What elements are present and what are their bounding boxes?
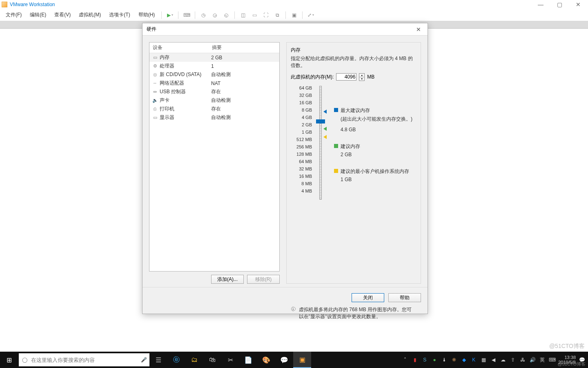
tray-app4-icon[interactable]: K — [470, 357, 477, 363]
tray-wechat-icon[interactable]: ● — [431, 357, 438, 363]
toolbar-single-icon[interactable]: ▭ — [250, 11, 259, 20]
device-row[interactable]: ▭内存2 GB — [149, 53, 279, 62]
menu-file[interactable]: 文件(F) — [2, 10, 26, 20]
tray-ime-icon[interactable]: ⌨ — [548, 357, 556, 363]
memory-graphics-note: 虚拟机最多将此内存的 768 MB 用作图形内存。您可以在"显示器"设置页面中更… — [299, 306, 416, 320]
device-row[interactable]: ◎新 CD/DVD (SATA)自动检测 — [149, 70, 279, 79]
toolbar-fullscreen-icon[interactable]: ⤢▾ — [306, 11, 315, 20]
device-summary: 存在 — [211, 105, 221, 112]
toolbar-unity-icon[interactable]: ⧉ — [273, 11, 282, 20]
marker-minimum-icon — [323, 135, 327, 139]
tray-network-icon[interactable]: 🖧 — [519, 357, 526, 363]
legend-max-value: 4.8 GB — [341, 127, 416, 132]
toolbar-console-icon[interactable]: ▣ — [290, 11, 298, 20]
memory-settings-pane: 内存 指定分配给此虚拟机的内存量。内存大小必须为 4 MB 的倍数。 此虚拟机的… — [286, 42, 421, 284]
start-button[interactable]: ⊞ — [0, 352, 18, 368]
notepad-icon[interactable]: 📄 — [239, 352, 257, 368]
marker-recommended-icon — [323, 127, 327, 131]
memory-description: 指定分配给此虚拟机的内存量。内存大小必须为 4 MB 的倍数。 — [291, 55, 416, 69]
window-maximize-button[interactable]: ▢ — [554, 1, 565, 8]
vmware-taskbar-icon[interactable]: ▣ — [293, 352, 311, 368]
device-row[interactable]: ⚙处理器1 — [149, 62, 279, 70]
toolbar-stretch-icon[interactable]: ⛶ — [261, 11, 270, 20]
device-list[interactable]: 设备 摘要 ▭内存2 GB⚙处理器1◎新 CD/DVD (SATA)自动检测↔网… — [149, 42, 280, 272]
paint-icon[interactable]: 🎨 — [257, 352, 275, 368]
menu-edit[interactable]: 编辑(E) — [26, 10, 50, 20]
menu-tabs[interactable]: 选项卡(T) — [105, 10, 134, 20]
device-icon: ⎙ — [152, 106, 158, 112]
menu-bar: 文件(F) 编辑(E) 查看(V) 虚拟机(M) 选项卡(T) 帮助(H) ▶▾… — [0, 9, 588, 21]
tray-app2-icon[interactable]: ❋ — [450, 357, 458, 363]
toolbar-manage-snapshot-icon[interactable]: ◵ — [222, 11, 231, 20]
edge-icon[interactable]: ⓔ — [167, 352, 185, 368]
dialog-help-button[interactable]: 帮助 — [388, 293, 421, 302]
device-name: 内存 — [160, 54, 211, 61]
dialog-close-icon[interactable]: ✕ — [414, 26, 423, 33]
tray-ime-label[interactable]: 英 — [539, 357, 546, 364]
memory-tick-label: 32 MB — [291, 165, 312, 173]
device-summary: 自动检测 — [211, 97, 231, 104]
snip-icon[interactable]: ✂ — [221, 352, 239, 368]
wechat-icon[interactable]: 💬 — [275, 352, 293, 368]
remove-device-button[interactable]: 移除(R) — [247, 275, 280, 284]
taskbar-search[interactable]: ◯ 🎤 — [19, 353, 149, 366]
menu-vm[interactable]: 虚拟机(M) — [75, 10, 105, 20]
device-name: 显示器 — [160, 114, 211, 121]
toolbar-revert-icon[interactable]: ◶ — [210, 11, 219, 20]
legend-min-label: 建议的最小客户机操作系统内存 — [341, 168, 409, 175]
device-icon: ⇔ — [152, 89, 158, 94]
app-logo-icon — [2, 2, 7, 7]
tray-temp-icon[interactable]: 🌡 — [441, 357, 448, 363]
store-icon[interactable]: 🛍 — [203, 352, 221, 368]
app-title: VMware Workstation — [10, 2, 55, 7]
memory-tick-label: 8 GB — [291, 106, 312, 114]
device-row[interactable]: ▭显示器自动检测 — [149, 113, 279, 122]
toolbar-play-icon[interactable]: ▶▾ — [165, 11, 174, 20]
menu-help[interactable]: 帮助(H) — [134, 10, 159, 20]
device-name: 处理器 — [160, 63, 211, 70]
memory-spinner[interactable]: ▲▼ — [359, 73, 365, 81]
legend-rec-label: 建议内存 — [341, 143, 360, 150]
cortana-icon[interactable]: ◯ — [19, 357, 30, 363]
device-summary: 自动检测 — [211, 71, 231, 78]
memory-slider-thumb[interactable] — [316, 119, 325, 123]
memory-slider[interactable] — [314, 84, 327, 203]
add-device-button[interactable]: 添加(A)... — [211, 275, 244, 284]
tray-up-icon[interactable]: ˄ — [401, 357, 409, 363]
device-row[interactable]: ↔网络适配器NAT — [149, 79, 279, 88]
tray-volume-icon[interactable]: 🔊 — [529, 357, 536, 363]
device-summary: 自动检测 — [211, 114, 231, 121]
memory-input[interactable] — [336, 73, 356, 81]
info-icon: 🛈 — [291, 306, 296, 320]
tray-app5-icon[interactable]: ▦ — [480, 357, 487, 363]
tray-app1-icon[interactable]: ▮ — [411, 357, 419, 363]
tray-onedrive-icon[interactable]: ☁ — [499, 357, 507, 363]
device-row[interactable]: 🔈声卡自动检测 — [149, 96, 279, 105]
file-explorer-icon[interactable]: 🗂 — [185, 352, 203, 368]
device-summary: 2 GB — [211, 55, 222, 61]
legend-max-note: (超出此大小可能发生内存交换。) — [341, 116, 416, 123]
device-summary: NAT — [211, 81, 220, 86]
tray-app3-icon[interactable]: ◆ — [460, 357, 468, 363]
memory-tick-label: 256 MB — [291, 143, 312, 150]
menu-view[interactable]: 查看(V) — [50, 10, 75, 20]
toolbar-snapshot-icon[interactable]: ◷ — [199, 11, 208, 20]
tray-collapse-icon[interactable]: ◀ — [490, 357, 497, 363]
taskbar-search-input[interactable] — [30, 357, 138, 364]
toolbar-split-icon[interactable]: ◫ — [238, 11, 247, 20]
device-row[interactable]: ⎙打印机存在 — [149, 105, 279, 113]
toolbar-send-keys-icon[interactable]: ⌨ — [182, 11, 191, 20]
tray-usb-icon[interactable]: ⇪ — [509, 357, 517, 363]
device-list-pane: 设备 摘要 ▭内存2 GB⚙处理器1◎新 CD/DVD (SATA)自动检测↔网… — [149, 42, 280, 284]
device-name: 声卡 — [160, 97, 211, 104]
microphone-icon[interactable]: 🎤 — [138, 357, 149, 363]
task-view-icon[interactable]: ☰ — [149, 352, 167, 368]
window-minimize-button[interactable]: — — [535, 1, 546, 8]
memory-slider-ticks: 64 GB32 GB16 GB8 GB4 GB2 GB1 GB512 MB256… — [291, 84, 314, 203]
device-header-summary: 摘要 — [212, 44, 222, 51]
window-close-button[interactable]: ✕ — [572, 1, 584, 8]
memory-tick-label: 64 GB — [291, 84, 312, 92]
tray-skype-icon[interactable]: S — [421, 357, 428, 363]
device-row[interactable]: ⇔USB 控制器存在 — [149, 88, 279, 96]
dialog-close-button[interactable]: 关闭 — [352, 293, 384, 302]
